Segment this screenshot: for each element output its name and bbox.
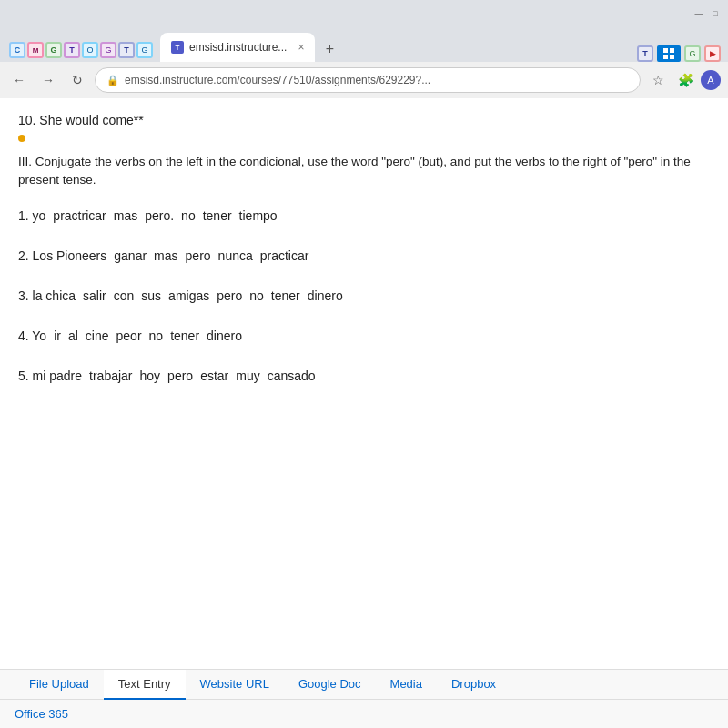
browser-icon-5[interactable]: O (82, 42, 98, 58)
exercise-line-3: 3. la chica salir con sus amigas pero no… (18, 288, 710, 303)
teams-icon: T (171, 41, 184, 54)
exercise-1-number: 1. yo (18, 208, 46, 223)
profile-icon[interactable]: A (701, 70, 721, 90)
exercise-1-word-1: practricar (53, 208, 106, 223)
instructions-text: III. Conjugate the verbs on the left in … (18, 153, 710, 190)
exercise-1-word-6: tiempo (239, 208, 278, 223)
svg-rect-2 (663, 55, 668, 59)
exercise-5-number: 5. mi padre (18, 369, 82, 383)
svg-rect-3 (670, 55, 674, 59)
url-text: emsisd.instructure.com/courses/77510/ass… (125, 74, 430, 86)
exercise-line-5: 5. mi padre trabajar hoy pero estar muy … (18, 369, 710, 383)
browser-chrome: — □ C M G T O G T G T emsisd.instructure… (0, 0, 728, 98)
minimize-button[interactable]: — (693, 8, 704, 19)
tab-close[interactable]: × (298, 41, 304, 54)
exercise-item-2: 2. Los Pioneers ganar mas pero nunca pra… (18, 248, 710, 263)
exercise-3-word-1: salir (83, 288, 106, 303)
exercise-5-word-6: cansado (268, 369, 316, 383)
exercise-5-word-5: muy (236, 369, 259, 383)
title-bar: — □ (0, 0, 728, 27)
exercise-2-word-1: ganar (114, 248, 147, 263)
tab-file-upload[interactable]: File Upload (15, 670, 104, 700)
exercise-5-word-3: pero (167, 369, 193, 383)
status-indicator (18, 135, 25, 142)
exercise-4-word-7: dinero (207, 329, 242, 343)
tab-office-365[interactable]: Office 365 (0, 700, 728, 728)
title-bar-controls: — □ (693, 8, 721, 19)
forward-button[interactable]: → (36, 68, 60, 92)
exercise-2-word-3: pero (186, 248, 211, 263)
bottom-tabs: File Upload Text Entry Website URL Googl… (0, 669, 728, 728)
exercise-3-word-5: pero (217, 288, 242, 303)
browser-icon-1[interactable]: C (9, 42, 25, 58)
exercise-line-1: 1. yo practricar mas pero. no tener tiem… (18, 208, 710, 223)
svg-rect-0 (663, 48, 668, 53)
tab-icon-youtube[interactable]: ▶ (704, 46, 721, 62)
back-button[interactable]: ← (7, 68, 31, 92)
tab-icon-g[interactable]: G (684, 46, 701, 62)
exercise-4-word-2: al (68, 329, 78, 343)
question-header: 10. She would come** (18, 113, 710, 127)
tabs-bar: C M G T O G T G T emsisd.instructure... … (0, 27, 728, 62)
bookmark-icon[interactable]: ☆ (646, 68, 670, 92)
tab-website-url[interactable]: Website URL (186, 670, 284, 700)
exercise-3-word-2: con (114, 288, 135, 303)
browser-icon-2[interactable]: M (27, 42, 44, 58)
exercise-item-5: 5. mi padre trabajar hoy pero estar muy … (18, 369, 710, 383)
browser-icons-group: C M G T O G T G (4, 38, 158, 62)
exercise-4-word-6: tener (170, 329, 199, 343)
tab-google-doc[interactable]: Google Doc (284, 670, 376, 700)
submission-tab-row: File Upload Text Entry Website URL Googl… (0, 670, 728, 700)
new-tab-button[interactable]: + (317, 36, 342, 62)
browser-icon-6[interactable]: G (100, 42, 116, 58)
exercise-3-word-8: dinero (308, 288, 343, 303)
exercise-4-number: 4. Yo (18, 329, 46, 343)
exercise-1-word-4: no (181, 208, 196, 223)
extensions-icon[interactable]: 🧩 (673, 68, 697, 92)
address-input[interactable]: 🔒 emsisd.instructure.com/courses/77510/a… (95, 67, 641, 93)
tab-label: emsisd.instructure... (189, 41, 287, 54)
exercise-2-word-4: nunca (218, 248, 253, 263)
lock-icon: 🔒 (106, 75, 119, 86)
exercise-5-word-1: trabajar (89, 369, 132, 383)
toolbar-icons: ☆ 🧩 A (646, 68, 721, 92)
exercise-item-1: 1. yo practricar mas pero. no tener tiem… (18, 208, 710, 223)
address-bar: ← → ↻ 🔒 emsisd.instructure.com/courses/7… (0, 62, 728, 98)
page-content: 10. She would come** III. Conjugate the … (0, 98, 728, 728)
exercise-3-word-7: tener (271, 288, 300, 303)
exercise-2-word-2: mas (154, 248, 177, 263)
exercise-5-word-4: estar (200, 369, 228, 383)
exercise-3-number: 3. la chica (18, 288, 76, 303)
exercise-3-word-6: no (249, 288, 264, 303)
active-tab[interactable]: T emsisd.instructure... × (160, 33, 315, 62)
exercise-3-word-4: amigas (168, 288, 209, 303)
exercise-line-2: 2. Los Pioneers ganar mas pero nunca pra… (18, 248, 710, 263)
browser-icon-7[interactable]: T (118, 42, 135, 58)
svg-rect-1 (670, 48, 674, 53)
exercise-1-word-2: mas (114, 208, 137, 223)
exercise-4-word-1: ir (54, 329, 61, 343)
exercise-item-4: 4. Yo ir al cine peor no tener dinero (18, 329, 710, 343)
tab-text-entry[interactable]: Text Entry (104, 670, 186, 700)
exercise-4-word-3: cine (86, 329, 109, 343)
exercise-item-3: 3. la chica salir con sus amigas pero no… (18, 288, 710, 303)
exercise-4-word-5: no (149, 329, 164, 343)
exercise-line-4: 4. Yo ir al cine peor no tener dinero (18, 329, 710, 343)
maximize-button[interactable]: □ (710, 8, 721, 19)
tab-dropbox[interactable]: Dropbox (437, 670, 511, 700)
browser-icon-3[interactable]: G (46, 42, 62, 58)
refresh-button[interactable]: ↻ (66, 68, 89, 92)
exercise-5-word-2: hoy (140, 369, 161, 383)
exercise-4-word-4: peor (116, 329, 142, 343)
exercise-3-word-3: sus (141, 288, 161, 303)
exercise-2-word-5: practicar (260, 248, 309, 263)
tab-media[interactable]: Media (376, 670, 437, 700)
exercise-1-word-3: pero. (145, 208, 174, 223)
tab-teams-icon[interactable]: T (637, 46, 653, 62)
grid-icon[interactable] (657, 46, 681, 62)
browser-icon-8[interactable]: G (136, 42, 153, 58)
exercise-1-word-5: tener (203, 208, 232, 223)
browser-icon-4[interactable]: T (64, 42, 80, 58)
exercise-2-number: 2. Los Pioneers (18, 248, 106, 263)
